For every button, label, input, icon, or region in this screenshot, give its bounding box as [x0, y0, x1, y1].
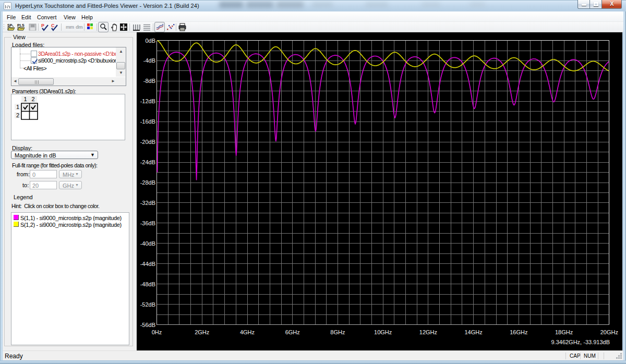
svg-text:14GHz: 14GHz	[464, 329, 482, 335]
svg-text:-56dB: -56dB	[140, 322, 155, 328]
svg-text:0dB: 0dB	[145, 38, 155, 44]
svg-text:6GHz: 6GHz	[285, 329, 300, 335]
svg-text:-32dB: -32dB	[140, 200, 155, 206]
svg-text:2GHz: 2GHz	[195, 329, 209, 335]
svg-text:C: C	[51, 23, 55, 28]
svg-text:P: P	[41, 23, 44, 28]
svg-text:8GHz: 8GHz	[330, 329, 345, 335]
svg-text:-52dB: -52dB	[140, 301, 155, 308]
svg-text:0Hz: 0Hz	[152, 329, 162, 335]
svg-text:-44dB: -44dB	[140, 261, 155, 267]
svg-text:20GHz: 20GHz	[600, 329, 618, 335]
svg-text:-16dB: -16dB	[140, 118, 155, 125]
svg-text:12GHz: 12GHz	[419, 329, 437, 335]
svg-text:-48dB: -48dB	[140, 281, 155, 287]
svg-text:-24dB: -24dB	[140, 159, 155, 165]
svg-text:-4dB: -4dB	[143, 57, 155, 64]
svg-text:-36dB: -36dB	[140, 220, 155, 226]
svg-text:-12dB: -12dB	[140, 98, 155, 104]
svg-text:SP: SP	[7, 23, 13, 27]
svg-text:PLS: PLS	[17, 23, 25, 27]
svg-text:4GHz: 4GHz	[240, 329, 255, 335]
svg-text:9.3462GHz, -33.913dB: 9.3462GHz, -33.913dB	[551, 339, 610, 345]
svg-text:-40dB: -40dB	[140, 240, 155, 247]
svg-text:-28dB: -28dB	[140, 179, 155, 186]
svg-text:-20dB: -20dB	[140, 139, 155, 145]
svg-text:18GHz: 18GHz	[555, 329, 573, 335]
svg-text:-8dB: -8dB	[143, 78, 155, 84]
svg-text:16GHz: 16GHz	[510, 329, 527, 335]
svg-text:10GHz: 10GHz	[374, 329, 392, 335]
